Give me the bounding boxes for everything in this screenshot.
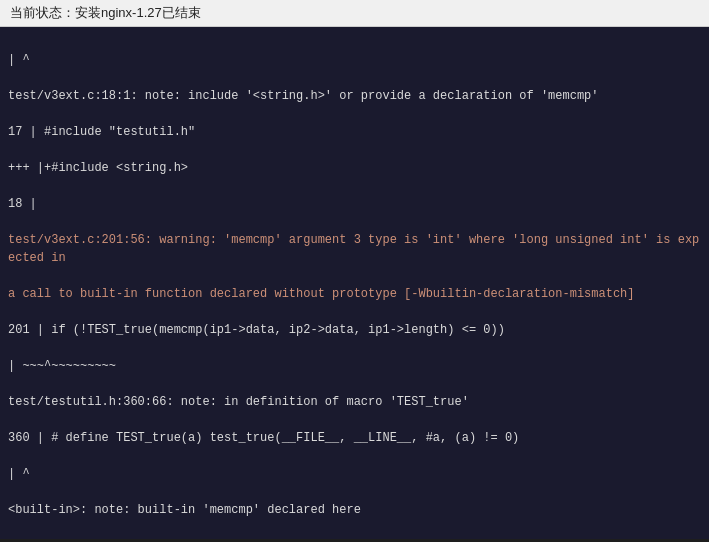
terminal-line: 18 | — [8, 195, 701, 213]
terminal-line: test/v3ext.c:201:56: warning: 'memcmp' a… — [8, 231, 701, 267]
terminal-line: 201 | if (!TEST_true(memcmp(ip1->data, i… — [8, 321, 701, 339]
terminal-line: 17 | #include "testutil.h" — [8, 123, 701, 141]
terminal-line: a call to built-in function declared wit… — [8, 285, 701, 303]
terminal-line: +++ |+#include <string.h> — [8, 159, 701, 177]
terminal: | ^ test/v3ext.c:18:1: note: include '<s… — [0, 27, 709, 539]
terminal-line: make[3]: *** [Makefile:9306: test/v3ext.… — [8, 537, 701, 539]
status-text: 当前状态：安装nginx-1.27已结束 — [10, 5, 201, 20]
terminal-line: | ^ — [8, 465, 701, 483]
terminal-line: | ~~~^~~~~~~~~~ — [8, 357, 701, 375]
status-bar: 当前状态：安装nginx-1.27已结束 — [0, 0, 709, 27]
terminal-line: 360 | # define TEST_true(a) test_true(__… — [8, 429, 701, 447]
terminal-line: | ^ — [8, 51, 701, 69]
terminal-line: test/v3ext.c:18:1: note: include '<strin… — [8, 87, 701, 105]
terminal-line: test/testutil.h:360:66: note: in definit… — [8, 393, 701, 411]
terminal-line: <built-in>: note: built-in 'memcmp' decl… — [8, 501, 701, 519]
